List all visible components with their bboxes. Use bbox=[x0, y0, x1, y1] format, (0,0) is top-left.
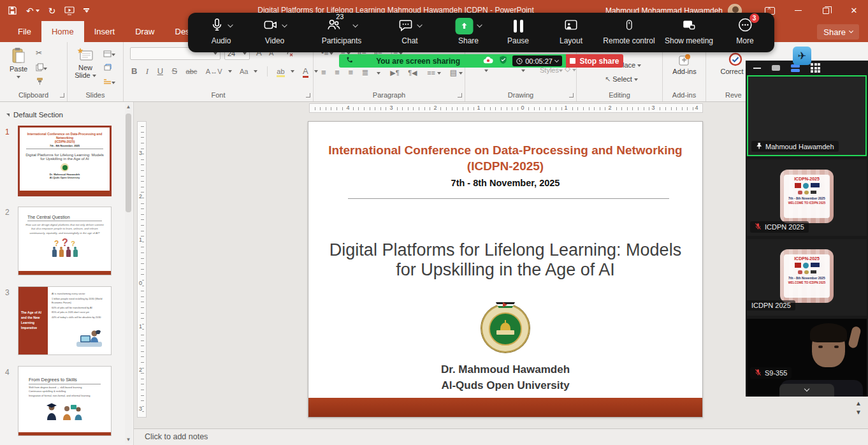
layout-button[interactable]: Layout bbox=[560, 17, 582, 45]
section-header[interactable]: Default Section bbox=[6, 111, 63, 119]
share-chevron-icon[interactable] bbox=[477, 22, 482, 27]
show-meeting-button[interactable]: Show meeting bbox=[665, 17, 713, 45]
share-button[interactable]: Share bbox=[817, 24, 859, 40]
gallery-view-icon[interactable] bbox=[811, 63, 820, 73]
restore-button[interactable] bbox=[812, 0, 840, 21]
italic-icon[interactable]: I bbox=[146, 66, 148, 77]
zoom-video-panel: Mahmoud Hawamdeh ICDPN-2025 7th - 8th No… bbox=[746, 61, 868, 397]
layout-icon[interactable] bbox=[103, 48, 115, 60]
align-right-icon[interactable]: ≡ bbox=[348, 68, 353, 77]
close-button[interactable]: ✕ bbox=[840, 0, 868, 21]
speaker-view-icon[interactable] bbox=[791, 64, 800, 72]
chat-button[interactable]: Chat bbox=[398, 17, 422, 45]
justify-icon[interactable]: ≣ bbox=[362, 68, 369, 77]
participants-chevron-icon[interactable] bbox=[352, 22, 358, 27]
tab-home[interactable]: Home bbox=[41, 21, 84, 42]
airplane-app-icon[interactable]: ✈ bbox=[793, 47, 811, 65]
thumbnail-scrollbar[interactable]: ▲ ▼ bbox=[125, 103, 132, 444]
strikethrough-abc-icon[interactable]: abc bbox=[186, 68, 198, 75]
tab-draw[interactable]: Draw bbox=[125, 21, 164, 42]
paste-button[interactable]: Paste bbox=[5, 47, 32, 80]
icdpn-avatar: ICDPN-2025 7th - 8th November 2025 WELCO… bbox=[780, 170, 834, 223]
slide-4-thumbnail[interactable]: From Degrees to Skills Shift from degree… bbox=[18, 366, 112, 436]
share-timer[interactable]: 00:05:27 bbox=[512, 55, 562, 66]
video-tile-2[interactable]: ICDPN-2025 7th - 8th November 2025 WELCO… bbox=[747, 159, 867, 236]
align-text-icon[interactable]: ¶◀ bbox=[408, 69, 417, 77]
replace-button[interactable]: lace bbox=[623, 61, 641, 69]
show-meeting-label: Show meeting bbox=[665, 36, 713, 45]
remote-control-button[interactable]: Remote control bbox=[603, 17, 655, 45]
underline-icon[interactable]: U bbox=[157, 66, 163, 76]
panel-minimize-icon[interactable] bbox=[753, 68, 761, 69]
chat-chevron-icon[interactable] bbox=[417, 22, 422, 27]
addins-button[interactable]: Add-ins bbox=[670, 54, 698, 75]
camera-icon bbox=[263, 18, 278, 34]
character-spacing-icon[interactable]: A↔V bbox=[206, 68, 222, 75]
video-tile-3[interactable]: ICDPN-2025 7th - 8th November 2025 WELCO… bbox=[747, 239, 867, 316]
panel-restore-icon[interactable] bbox=[772, 65, 780, 71]
slideshow-icon[interactable] bbox=[64, 6, 75, 15]
align-left-icon[interactable]: ≡ bbox=[321, 68, 326, 77]
drawing-dialog-launcher[interactable] bbox=[569, 93, 574, 98]
notes-placeholder: Click to add notes bbox=[145, 432, 208, 441]
save-icon[interactable] bbox=[8, 6, 17, 15]
clipboard-dialog-launcher[interactable] bbox=[60, 93, 64, 98]
tab-file[interactable]: File bbox=[8, 21, 41, 42]
section-icon[interactable] bbox=[103, 77, 115, 88]
align-center-icon[interactable]: ≡ bbox=[335, 68, 340, 77]
pin-icon bbox=[756, 142, 762, 150]
participants-button[interactable]: 23 Participants bbox=[322, 17, 362, 45]
cut-icon[interactable]: ✂ bbox=[36, 48, 42, 57]
more-button[interactable]: 3 More bbox=[736, 17, 753, 45]
slide-main-title: Digital Platforms for Lifelong Learning:… bbox=[315, 240, 696, 280]
undo-icon[interactable]: ↶ bbox=[26, 6, 40, 15]
convert-smartart-icon[interactable]: ▤ bbox=[450, 68, 457, 77]
cursor-icon: ↖ bbox=[605, 75, 611, 83]
customize-qat-icon[interactable] bbox=[83, 8, 89, 12]
font-color-icon[interactable]: A bbox=[303, 66, 308, 78]
group-slides: New Slide Slides bbox=[68, 42, 124, 101]
audio-button[interactable]: Audio bbox=[210, 17, 233, 45]
thumb1-date: 7th - 8th November, 2025 bbox=[20, 144, 110, 147]
audio-chevron-icon[interactable] bbox=[228, 22, 233, 27]
strikethrough-icon[interactable]: S bbox=[171, 66, 177, 76]
video-chevron-icon[interactable] bbox=[282, 22, 287, 27]
next-slide-icon[interactable]: ▼ bbox=[855, 409, 862, 416]
change-case-icon[interactable]: Aa bbox=[240, 68, 248, 75]
pause-share-button[interactable]: Pause bbox=[507, 17, 529, 45]
bold-icon[interactable]: B bbox=[131, 66, 137, 76]
slide-1-thumbnail[interactable]: International Conference on Data-Process… bbox=[18, 126, 112, 196]
sharing-message: You are screen sharing bbox=[359, 57, 477, 66]
slide-3-thumbnail[interactable]: The Age of AI and the New Learning Imper… bbox=[18, 286, 112, 355]
video-tile-1[interactable]: Mahmoud Hawamdeh bbox=[747, 75, 867, 156]
text-direction-icon[interactable]: ▶¶ bbox=[390, 69, 399, 77]
scrollbar-thumb[interactable] bbox=[126, 113, 131, 212]
font-dialog-launcher[interactable] bbox=[306, 93, 310, 98]
video-button[interactable]: Video bbox=[263, 17, 287, 45]
show-meeting-icon bbox=[681, 18, 697, 34]
tab-insert[interactable]: Insert bbox=[84, 21, 126, 42]
slide-2-thumbnail[interactable]: The Central Question How can we design d… bbox=[18, 207, 112, 275]
redo-icon[interactable]: ↻ bbox=[48, 6, 56, 15]
copy-icon[interactable] bbox=[36, 62, 47, 74]
new-slide-button[interactable]: New Slide bbox=[71, 47, 99, 79]
paragraph-dialog-launcher[interactable] bbox=[458, 93, 462, 98]
reset-icon[interactable] bbox=[103, 62, 112, 74]
paste-label: Paste bbox=[5, 65, 32, 73]
scroll-down-icon[interactable]: ▼ bbox=[125, 436, 132, 444]
new-slide-label-1: New bbox=[71, 64, 99, 71]
layout-icon bbox=[563, 18, 579, 34]
slide-conference-title: International Conference on Data-Process… bbox=[321, 142, 690, 174]
more-participants-button[interactable] bbox=[779, 384, 834, 397]
format-painter-icon[interactable] bbox=[36, 77, 44, 88]
scroll-up-icon[interactable]: ▲ bbox=[125, 103, 132, 111]
select-button[interactable]: ↖ Select bbox=[605, 75, 638, 84]
columns-icon[interactable]: ≡≡ bbox=[427, 69, 435, 77]
share-screen-button[interactable]: Share bbox=[456, 17, 482, 45]
notes-pane[interactable]: Click to add notes bbox=[134, 428, 868, 445]
minimize-button[interactable] bbox=[784, 0, 812, 21]
current-slide-canvas[interactable]: International Conference on Data-Process… bbox=[308, 121, 703, 418]
highlight-color-icon[interactable]: ab bbox=[277, 68, 284, 77]
previous-slide-icon[interactable]: ▲ bbox=[855, 400, 862, 407]
stop-share-button[interactable]: Stop share bbox=[566, 54, 623, 68]
